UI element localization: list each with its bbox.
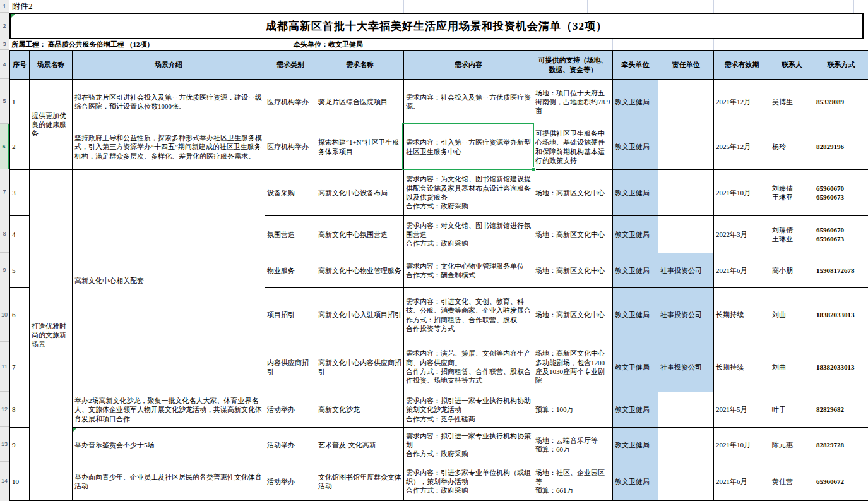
- cell-support[interactable]: 场地：社区、企业园区等 预算：661万: [533, 462, 613, 501]
- cell-lead-unit[interactable]: 教文卫健局: [613, 216, 658, 253]
- cell-no[interactable]: 6: [10, 288, 30, 342]
- cell-demand-name[interactable]: 高新文化中心氛围营造: [316, 216, 404, 253]
- cell-resp-unit[interactable]: [658, 428, 714, 462]
- cell-lead-unit[interactable]: 教文卫健局: [613, 392, 658, 428]
- sheet-title-cell[interactable]: 成都高新区首批十大幸福美好生活应用场景和投资机会清单（32项）: [9, 13, 864, 39]
- cell-scene-intro[interactable]: 举办2场高新文化沙龙，聚集一批文化名人大家、体育业界名人、文旅体企业领军人物开展…: [73, 392, 265, 428]
- cell-lead-unit[interactable]: 教文卫健局: [613, 80, 658, 124]
- cell-scene-intro[interactable]: 举办面向青少年、企业员工及社区居民的各类普惠性文化体育活动: [73, 462, 265, 501]
- row-header-6-selected[interactable]: 6: [0, 124, 9, 169]
- cell-phone[interactable]: 82829728: [814, 428, 868, 462]
- project-label[interactable]: 所属工程： 高品质公共服务倍增工程 （12项）: [11, 39, 154, 50]
- cell-support[interactable]: 可提供社区卫生服务中心场地、基础设施硬件和保障前期机构基本运行的政策支持: [533, 124, 613, 170]
- cell-lead-unit[interactable]: 教文卫健局: [613, 462, 658, 501]
- cell-support[interactable]: 场地：高新区文化中心: [533, 288, 613, 342]
- cell-contact[interactable]: 刘曲: [770, 342, 814, 392]
- col-header-demand-type[interactable]: 需求类别: [265, 51, 316, 80]
- cell-resp-unit[interactable]: [658, 462, 714, 501]
- attachment-label-cell[interactable]: 附件2: [9, 0, 868, 13]
- cell-scene-intro[interactable]: 高新文化中心相关配套: [73, 170, 265, 392]
- col-header-support[interactable]: 可提供的支持（场地、数据、资金等）: [533, 51, 613, 80]
- cell-lead-unit[interactable]: 教文卫健局: [613, 428, 658, 462]
- cell-scene-intro[interactable]: 举办音乐鉴赏会不少于5场: [73, 428, 265, 462]
- cell-demand-content[interactable]: 需求内容：拟引进一家专业执行机构协助策划文化沙龙活动 合作方式：竞争性磋商: [404, 392, 533, 428]
- cell-no[interactable]: 10: [10, 462, 30, 501]
- cell-demand-type[interactable]: 氛围营造: [265, 216, 316, 253]
- cell-demand-content[interactable]: 需求内容：对文化馆、图书馆新馆进行氛围营造 合作方式：政府采购: [404, 216, 533, 253]
- cell-demand-content[interactable]: 需求内容：演艺、策展、文创等内容生产商、内容供应商。 合作方式：招商租赁、合作联…: [404, 342, 533, 392]
- cell-demand-content[interactable]: 需求内容：社会投入及第三方优质医疗资源。: [404, 80, 533, 124]
- row-header-5[interactable]: 5: [0, 79, 9, 124]
- row-header-7[interactable]: 7: [0, 169, 9, 215]
- cell-valid-period[interactable]: 2021年10月: [714, 170, 770, 216]
- cell-valid-period[interactable]: 长期持续: [714, 342, 770, 392]
- cell-contact[interactable]: 吴博生: [770, 80, 814, 124]
- cell-demand-content[interactable]: 需求内容：引进多家专业单位机构（或组织），策划举办活动 合作方式：政府采购: [404, 462, 533, 501]
- cell-resp-unit[interactable]: 社事投资公司: [658, 288, 714, 342]
- cell-phone[interactable]: 85339089: [814, 80, 868, 124]
- cell-phone[interactable]: 18382033013: [814, 342, 868, 392]
- cell-support[interactable]: 场地：项目位于天府五街南侧，占地面积约78.9亩: [533, 80, 613, 124]
- cell-valid-period[interactable]: 2021年6月: [714, 462, 770, 501]
- cell-valid-period[interactable]: 2021年6月: [714, 253, 770, 288]
- cell-support[interactable]: 场地：高新区文化中心多功能剧场，包含1200座及1030座两个专业剧院: [533, 342, 613, 392]
- cell-no[interactable]: 3: [10, 170, 30, 216]
- cell-demand-name[interactable]: 文化馆图书馆年度群众文体活动: [316, 462, 404, 501]
- cell-contact[interactable]: 刘臻倩 王琳亚: [770, 170, 814, 216]
- cell-demand-type[interactable]: 物业服务: [265, 253, 316, 288]
- cell-resp-unit[interactable]: [658, 216, 714, 253]
- cell-demand-content[interactable]: 需求内容：文化中心物业管理服务单位 合作方式：酬金制模式: [404, 253, 533, 288]
- cell-lead-unit[interactable]: 教文卫健局: [613, 124, 658, 170]
- cell-lead-unit[interactable]: 教文卫健局: [613, 288, 658, 342]
- row-header-1[interactable]: 1: [0, 0, 9, 13]
- cell-demand-name[interactable]: 高新文化中心入驻项目招引: [316, 288, 404, 342]
- cell-resp-unit[interactable]: 社事投资公司: [658, 253, 714, 288]
- cell-contact[interactable]: 杨玲: [770, 124, 814, 170]
- cell-valid-period[interactable]: 长期持续: [714, 288, 770, 342]
- col-header-valid-period[interactable]: 需求有效期: [714, 51, 770, 80]
- cell-resp-unit[interactable]: [658, 80, 714, 124]
- cell-contact[interactable]: 高小朋: [770, 253, 814, 288]
- cell-phone[interactable]: 65960670 65960673: [814, 216, 868, 253]
- cell-support[interactable]: 场地：高新区文化中心: [533, 170, 613, 216]
- cell-demand-name[interactable]: 高新文化中心设备布局: [316, 170, 404, 216]
- row-header-13[interactable]: 13: [0, 427, 9, 462]
- cell-scene-name[interactable]: 提供更加优良的健康服务: [30, 80, 73, 170]
- cell-contact[interactable]: 陈元惠: [770, 428, 814, 462]
- row-header-8[interactable]: 8: [0, 215, 9, 253]
- lead-unit-label[interactable]: 牵头单位：教文卫健局: [294, 39, 363, 50]
- cell-no[interactable]: 9: [10, 428, 30, 462]
- cell-no[interactable]: 4: [10, 216, 30, 253]
- selection-box[interactable]: [402, 123, 534, 170]
- col-header-scene-name[interactable]: 场景名称: [30, 51, 73, 80]
- cell-demand-type[interactable]: 设备采购: [265, 170, 316, 216]
- cell-phone[interactable]: 82829196: [814, 124, 868, 170]
- cell-scene-intro[interactable]: 拟在骑龙片区引进社会投入及第三方优质医疗资源，建设三级综合医院，预计设置床位数1…: [73, 80, 265, 124]
- cell-demand-content[interactable]: 需求内容：为文化馆、图书馆新馆建设提供配套设施及家具器材布点设计咨询服务以及供货…: [404, 170, 533, 216]
- cell-demand-name[interactable]: 艺术普及·文化高新: [316, 428, 404, 462]
- cell-demand-content[interactable]: 需求内容：拟引进一家专业执行机构协策划 合作方式：政府采购: [404, 428, 533, 462]
- cell-resp-unit[interactable]: 社事投资公司: [658, 342, 714, 392]
- cell-scene-intro[interactable]: 坚持政府主导和公益性质，探索多种形式举办社区卫生服务模式，引入第三方资源举办“十…: [73, 124, 265, 170]
- cell-demand-name[interactable]: 高新文化中心物业管理服务: [316, 253, 404, 288]
- row-header-11[interactable]: 11: [0, 342, 9, 392]
- cell-contact[interactable]: 黄佳营: [770, 462, 814, 501]
- cell-phone[interactable]: 15908172678: [814, 253, 868, 288]
- cell-support[interactable]: 场地：高新区文化中心: [533, 216, 613, 253]
- cell-lead-unit[interactable]: 教文卫健局: [613, 342, 658, 392]
- cell-demand-type[interactable]: 活动举办: [265, 462, 316, 501]
- cell-support[interactable]: 场地：云端音乐厅等 预算：60万: [533, 428, 613, 462]
- col-header-scene-intro[interactable]: 场景介绍: [73, 51, 265, 80]
- cell-phone[interactable]: 82829682: [814, 392, 868, 428]
- cell-valid-period[interactable]: 2021年5月: [714, 392, 770, 428]
- col-header-demand-content[interactable]: 需求内容: [404, 51, 533, 80]
- cell-scene-name[interactable]: 打造优雅时尚的文旅新场景: [30, 170, 73, 501]
- cell-valid-period[interactable]: 2021年10月: [714, 428, 770, 462]
- cell-resp-unit[interactable]: [658, 392, 714, 428]
- cell-no[interactable]: 8: [10, 392, 30, 428]
- cell-no[interactable]: 7: [10, 342, 30, 392]
- cell-contact[interactable]: 叶于: [770, 392, 814, 428]
- cell-phone[interactable]: 18382033013: [814, 288, 868, 342]
- cell-phone[interactable]: 65960672: [814, 462, 868, 501]
- fill-handle[interactable]: [532, 167, 536, 172]
